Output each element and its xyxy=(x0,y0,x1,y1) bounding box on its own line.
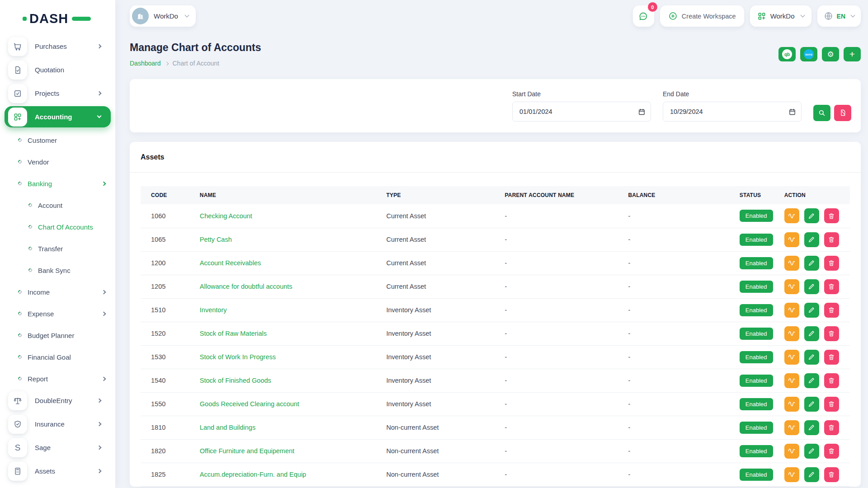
sidebar-item-projects[interactable]: Projects xyxy=(5,83,111,104)
xero-button[interactable]: xero xyxy=(800,47,817,61)
cell-type: Non-current Asset xyxy=(382,439,500,463)
pencil-icon xyxy=(808,306,815,314)
delete-button[interactable] xyxy=(824,397,839,412)
sidebar-item-report[interactable]: Report xyxy=(0,370,115,388)
activity-button[interactable] xyxy=(784,397,799,412)
breadcrumb-current: Chart of Account xyxy=(173,60,220,67)
chevron-right-icon xyxy=(97,469,102,474)
end-date-input[interactable] xyxy=(663,102,802,122)
start-date-input[interactable] xyxy=(512,102,651,122)
account-link[interactable]: Petty Cash xyxy=(200,236,232,243)
account-link[interactable]: Goods Received Clearing account xyxy=(200,400,299,408)
workspace-selector[interactable]: WorkDo xyxy=(130,5,196,27)
activity-button[interactable] xyxy=(784,208,799,223)
delete-button[interactable] xyxy=(824,256,839,271)
activity-button[interactable] xyxy=(784,256,799,271)
sidebar-item-income[interactable]: Income xyxy=(0,283,115,301)
sidebar-item-bank-sync[interactable]: Bank Sync xyxy=(0,261,115,279)
cell-code: 1200 xyxy=(141,251,195,275)
trash-icon xyxy=(828,236,835,243)
messages-button[interactable]: 0 xyxy=(633,5,654,27)
edit-button[interactable] xyxy=(804,303,819,318)
edit-button[interactable] xyxy=(804,232,819,247)
sidebar-item-financial-goal[interactable]: Financial Goal xyxy=(0,348,115,366)
account-link[interactable]: Stock of Raw Materials xyxy=(200,330,267,337)
sidebar-item-purchases[interactable]: Purchases xyxy=(5,36,111,57)
activity-button[interactable] xyxy=(784,373,799,388)
edit-button[interactable] xyxy=(804,256,819,271)
account-link[interactable]: Account Receivables xyxy=(200,259,261,267)
search-button[interactable] xyxy=(813,105,830,121)
language-selector[interactable]: EN xyxy=(817,5,861,27)
edit-button[interactable] xyxy=(804,467,819,482)
app-switcher-dropdown[interactable]: WorkDo xyxy=(750,5,811,27)
trash-icon xyxy=(828,330,835,337)
account-link[interactable]: Stock of Work In Progress xyxy=(200,353,276,361)
delete-button[interactable] xyxy=(824,326,839,341)
delete-button[interactable] xyxy=(824,467,839,482)
delete-button[interactable] xyxy=(824,373,839,388)
trash-icon xyxy=(828,259,835,267)
delete-button[interactable] xyxy=(824,279,839,294)
sidebar-item-insurance[interactable]: Insurance xyxy=(5,413,111,435)
reset-filter-button[interactable] xyxy=(834,105,851,121)
delete-button[interactable] xyxy=(824,303,839,318)
add-account-button[interactable]: + xyxy=(844,47,861,61)
activity-button[interactable] xyxy=(784,326,799,341)
edit-button[interactable] xyxy=(804,208,819,223)
activity-button[interactable] xyxy=(784,279,799,294)
delete-button[interactable] xyxy=(824,350,839,365)
quickbooks-button[interactable]: qb xyxy=(778,47,796,61)
delete-button[interactable] xyxy=(824,420,839,435)
wave-icon xyxy=(788,212,796,220)
sidebar-item-budget-planner[interactable]: Budget Planner xyxy=(0,326,115,344)
activity-button[interactable] xyxy=(784,350,799,365)
delete-button[interactable] xyxy=(824,232,839,247)
sidebar-item-quotation[interactable]: Quotation xyxy=(5,59,111,80)
activity-button[interactable] xyxy=(784,232,799,247)
sidebar-item-account[interactable]: Account xyxy=(0,196,115,214)
edit-button[interactable] xyxy=(804,373,819,388)
edit-button[interactable] xyxy=(804,279,819,294)
account-link[interactable]: Checking Account xyxy=(200,212,252,220)
account-link[interactable]: Office Furniture and Equipement xyxy=(200,447,294,455)
activity-button[interactable] xyxy=(784,444,799,459)
breadcrumb-dashboard-link[interactable]: Dashboard xyxy=(130,60,161,67)
edit-button[interactable] xyxy=(804,326,819,341)
sidebar-item-chart-of-accounts[interactable]: Chart Of Accounts xyxy=(0,218,115,236)
settings-button[interactable]: ⚙ xyxy=(822,47,839,61)
sidebar-item-transfer[interactable]: Transfer xyxy=(0,239,115,258)
sidebar-item-accounting[interactable]: Accounting xyxy=(5,106,111,127)
edit-button[interactable] xyxy=(804,444,819,459)
activity-button[interactable] xyxy=(784,467,799,482)
create-workspace-button[interactable]: Create Workspace xyxy=(660,5,744,27)
chevron-right-icon xyxy=(102,376,106,381)
delete-button[interactable] xyxy=(824,444,839,459)
account-link[interactable]: Allowance for doubtful accounts xyxy=(200,283,292,290)
sidebar-item-expense[interactable]: Expense xyxy=(0,305,115,323)
dash-logo[interactable]: DASH xyxy=(0,0,115,33)
cell-code: 1530 xyxy=(141,345,195,369)
account-link[interactable]: Stock of Finished Goods xyxy=(200,377,271,384)
bullet-icon xyxy=(17,311,22,316)
account-link[interactable]: Accum.depreciation-Furn. and Equip xyxy=(200,471,306,478)
edit-button[interactable] xyxy=(804,397,819,412)
account-link[interactable]: Inventory xyxy=(200,306,227,314)
sidebar-item-doubleentry[interactable]: DoubleEntry xyxy=(5,390,111,411)
sidebar-item-banking[interactable]: Banking xyxy=(0,174,115,192)
col-code: CODE xyxy=(141,186,195,204)
accounting-submenu: Customer Vendor Banking Account Chart Of… xyxy=(0,131,115,388)
account-link[interactable]: Land and Buildings xyxy=(200,424,255,431)
sidebar-item-customer[interactable]: Customer xyxy=(0,131,115,149)
activity-button[interactable] xyxy=(784,420,799,435)
edit-button[interactable] xyxy=(804,420,819,435)
trash-icon xyxy=(828,447,835,455)
table-row: 1550 Goods Received Clearing account Inv… xyxy=(141,392,850,416)
sidebar-item-vendor[interactable]: Vendor xyxy=(0,153,115,171)
activity-button[interactable] xyxy=(784,303,799,318)
edit-button[interactable] xyxy=(804,350,819,365)
cell-parent: - xyxy=(500,275,623,298)
delete-button[interactable] xyxy=(824,208,839,223)
sidebar-item-sage[interactable]: S Sage xyxy=(5,437,111,458)
sidebar-item-assets[interactable]: Assets xyxy=(5,460,111,482)
